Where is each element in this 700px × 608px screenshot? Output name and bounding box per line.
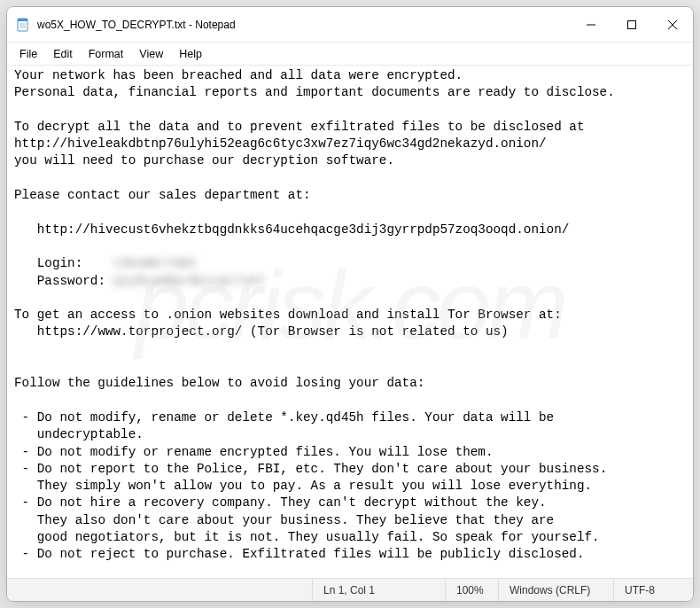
login-value: t3bsWbrYdm1 xyxy=(113,256,197,270)
menu-format[interactable]: Format xyxy=(82,45,131,63)
maximize-button[interactable] xyxy=(611,7,652,43)
text-line: undecryptable. xyxy=(14,427,144,441)
text-line: - Do not hire a recovery company. They c… xyxy=(14,495,547,510)
close-button[interactable] xyxy=(652,7,693,43)
titlebar[interactable]: wo5X_HOW_TO_DECRYPT.txt - Notepad xyxy=(7,7,693,43)
menu-edit[interactable]: Edit xyxy=(46,45,80,63)
password-label: Password: xyxy=(14,274,113,288)
window-controls xyxy=(571,7,693,42)
text-line: - Do not modify or rename encrypted file… xyxy=(14,445,494,459)
text-line: you will need to purchase our decryption… xyxy=(14,153,394,168)
status-lineending: Windows (CRLF) xyxy=(498,579,613,601)
text-line: - Do not modify, rename or delete *.key.… xyxy=(14,410,554,425)
status-encoding: UTF-8 xyxy=(613,579,693,601)
statusbar: Ln 1, Col 1 100% Windows (CRLF) UTF-8 xyxy=(7,578,693,601)
text-line: - Do not report to the Police, FBI, etc.… xyxy=(14,462,607,476)
text-line: Follow the guidelines below to avoid los… xyxy=(14,376,424,390)
status-zoom: 100% xyxy=(445,579,498,601)
text-line: They simply won't allow you to pay. As a… xyxy=(14,479,592,493)
text-line: Personal data, financial reports and imp… xyxy=(14,85,615,99)
menu-help[interactable]: Help xyxy=(172,45,209,63)
login-label: Login: xyxy=(14,256,113,270)
notepad-icon xyxy=(16,18,30,32)
text-line: https://www.torproject.org/ (Tor Browser… xyxy=(14,324,509,339)
text-line: To get an access to .onion websites down… xyxy=(14,308,562,322)
text-line: good negotiators, but it is not. They us… xyxy=(14,530,600,544)
status-position: Ln 1, Col 1 xyxy=(312,579,445,601)
password-value: q1y9LpmRprNkicpt7vb7 xyxy=(113,274,266,288)
svg-rect-6 xyxy=(628,21,636,29)
menubar: File Edit Format View Help xyxy=(7,43,693,66)
text-line: Please contact our sales department at: xyxy=(14,188,311,202)
menu-file[interactable]: File xyxy=(12,45,44,63)
text-area[interactable]: Your network has been breached and all d… xyxy=(7,66,693,578)
svg-rect-1 xyxy=(18,19,27,21)
text-line: To decrypt all the data and to prevent e… xyxy=(14,120,584,134)
menu-view[interactable]: View xyxy=(132,45,170,63)
text-line: http://hiveleakdbtnp76ulyhi52eag6c6tyc3x… xyxy=(14,136,547,151)
text-line: http://hivecust6vhekztbqgdnkks64ucehqacg… xyxy=(14,222,569,237)
window-title: wo5X_HOW_TO_DECRYPT.txt - Notepad xyxy=(37,19,571,31)
text-line: - Do not reject to purchase. Exfiltrated… xyxy=(14,547,584,561)
minimize-button[interactable] xyxy=(571,7,611,43)
text-line: They also don't care about your business… xyxy=(14,513,554,527)
text-line: Your network has been breached and all d… xyxy=(14,68,463,82)
notepad-window: wo5X_HOW_TO_DECRYPT.txt - Notepad File E… xyxy=(6,6,694,602)
